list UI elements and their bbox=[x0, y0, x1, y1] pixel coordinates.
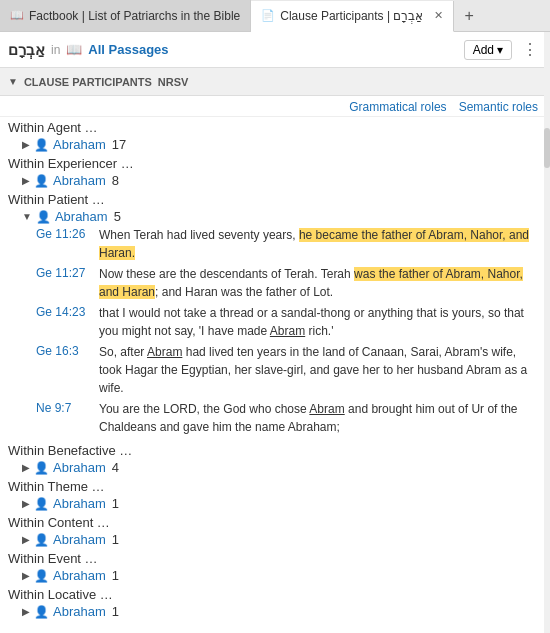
toolbar-in-text: in bbox=[51, 43, 60, 57]
highlight-ge163: Abram bbox=[147, 345, 182, 359]
theme-count: 1 bbox=[112, 496, 119, 511]
add-dropdown-icon: ▾ bbox=[497, 43, 503, 57]
tab-factbook[interactable]: 📖 Factbook | List of Patriarchs in the B… bbox=[0, 0, 251, 31]
theme-chevron[interactable]: ▶ bbox=[22, 498, 30, 509]
category-benefactive[interactable]: Within Benefactive … bbox=[0, 440, 550, 459]
agent-abraham-row[interactable]: ▶ 👤 Abraham 17 bbox=[0, 136, 550, 153]
locative-person-name[interactable]: Abraham bbox=[53, 604, 106, 619]
tab-clause[interactable]: 📄 Clause Participants | אַבְרָם ✕ bbox=[251, 1, 454, 32]
verse-ref-ge1423[interactable]: Ge 14:23 bbox=[36, 305, 91, 319]
passage-book-icon: 📖 bbox=[66, 42, 82, 57]
close-tab-button[interactable]: ✕ bbox=[434, 9, 443, 22]
benefactive-person-name[interactable]: Abraham bbox=[53, 460, 106, 475]
category-theme[interactable]: Within Theme … bbox=[0, 476, 550, 495]
scrollbar-track[interactable] bbox=[544, 32, 550, 633]
theme-person-icon: 👤 bbox=[34, 497, 49, 511]
verse-text-ne97: You are the LORD, the God who chose Abra… bbox=[99, 400, 542, 436]
event-count: 1 bbox=[112, 568, 119, 583]
toolbar: אַבְרָם in 📖 All Passages Add ▾ ⋮ bbox=[0, 32, 550, 68]
theme-abraham-row[interactable]: ▶ 👤 Abraham 1 bbox=[0, 495, 550, 512]
benefactive-person-icon: 👤 bbox=[34, 461, 49, 475]
verse-text-ge1127: Now these are the descendants of Terah. … bbox=[99, 265, 542, 301]
roles-bar: Grammatical roles Semantic roles bbox=[0, 96, 550, 117]
benefactive-abraham-row[interactable]: ▶ 👤 Abraham 4 bbox=[0, 459, 550, 476]
category-patient[interactable]: Within Patient … bbox=[0, 189, 550, 208]
verse-ref-ne97[interactable]: Ne 9:7 bbox=[36, 401, 91, 415]
content-count: 1 bbox=[112, 532, 119, 547]
experiencer-person-name[interactable]: Abraham bbox=[53, 173, 106, 188]
patient-chevron[interactable]: ▼ bbox=[22, 211, 32, 222]
content-person-icon: 👤 bbox=[34, 533, 49, 547]
verse-ge1127: Ge 11:27 Now these are the descendants o… bbox=[36, 265, 542, 301]
grammatical-roles-link[interactable]: Grammatical roles bbox=[349, 100, 446, 114]
experiencer-count: 8 bbox=[112, 173, 119, 188]
category-agent[interactable]: Within Agent … bbox=[0, 117, 550, 136]
new-tab-button[interactable]: + bbox=[454, 7, 483, 25]
verse-ref-ge1127[interactable]: Ge 11:27 bbox=[36, 266, 91, 280]
patient-person-icon: 👤 bbox=[36, 210, 51, 224]
section-header: ▼ CLAUSE PARTICIPANTS NRSV bbox=[0, 68, 550, 96]
locative-chevron[interactable]: ▶ bbox=[22, 606, 30, 617]
event-person-icon: 👤 bbox=[34, 569, 49, 583]
content-abraham-row[interactable]: ▶ 👤 Abraham 1 bbox=[0, 531, 550, 548]
category-locative[interactable]: Within Locative … bbox=[0, 584, 550, 603]
verse-text-ge1126: When Terah had lived seventy years, he b… bbox=[99, 226, 542, 262]
category-content[interactable]: Within Content … bbox=[0, 512, 550, 531]
agent-person-icon: 👤 bbox=[34, 138, 49, 152]
content-chevron[interactable]: ▶ bbox=[22, 534, 30, 545]
event-person-name[interactable]: Abraham bbox=[53, 568, 106, 583]
verse-ge163: Ge 16:3 So, after Abram had lived ten ye… bbox=[36, 343, 542, 397]
verse-ge1126: Ge 11:26 When Terah had lived seventy ye… bbox=[36, 226, 542, 262]
content-area: Within Agent … ▶ 👤 Abraham 17 Within Exp… bbox=[0, 117, 550, 628]
verse-text-ge1423: that I would not take a thread or a sand… bbox=[99, 304, 542, 340]
locative-person-icon: 👤 bbox=[34, 605, 49, 619]
agent-person-name[interactable]: Abraham bbox=[53, 137, 106, 152]
more-options-icon[interactable]: ⋮ bbox=[518, 40, 542, 59]
hebrew-text: אַבְרָם bbox=[8, 41, 45, 59]
benefactive-count: 4 bbox=[112, 460, 119, 475]
section-label: CLAUSE PARTICIPANTS bbox=[24, 76, 152, 88]
theme-person-name[interactable]: Abraham bbox=[53, 496, 106, 511]
agent-chevron[interactable]: ▶ bbox=[22, 139, 30, 150]
add-label: Add bbox=[473, 43, 494, 57]
verse-ref-ge163[interactable]: Ge 16:3 bbox=[36, 344, 91, 358]
event-chevron[interactable]: ▶ bbox=[22, 570, 30, 581]
agent-count: 17 bbox=[112, 137, 126, 152]
experiencer-chevron[interactable]: ▶ bbox=[22, 175, 30, 186]
patient-verses: Ge 11:26 When Terah had lived seventy ye… bbox=[0, 225, 550, 440]
tab-bar: 📖 Factbook | List of Patriarchs in the B… bbox=[0, 0, 550, 32]
benefactive-chevron[interactable]: ▶ bbox=[22, 462, 30, 473]
section-chevron[interactable]: ▼ bbox=[8, 76, 18, 87]
highlight-ge1127: was the father of Abram, Nahor, and Hara… bbox=[99, 267, 523, 299]
semantic-roles-link[interactable]: Semantic roles bbox=[459, 100, 538, 114]
clause-icon: 📄 bbox=[261, 9, 275, 22]
verse-ge1423: Ge 14:23 that I would not take a thread … bbox=[36, 304, 542, 340]
content-person-name[interactable]: Abraham bbox=[53, 532, 106, 547]
verse-ne97: Ne 9:7 You are the LORD, the God who cho… bbox=[36, 400, 542, 436]
experiencer-abraham-row[interactable]: ▶ 👤 Abraham 8 bbox=[0, 172, 550, 189]
tab-clause-label: Clause Participants | אַבְרָם bbox=[280, 9, 423, 23]
locative-abraham-row[interactable]: ▶ 👤 Abraham 1 bbox=[0, 603, 550, 620]
add-button[interactable]: Add ▾ bbox=[464, 40, 512, 60]
section-version: NRSV bbox=[158, 76, 189, 88]
verse-text-ge163: So, after Abram had lived ten years in t… bbox=[99, 343, 542, 397]
highlight-ge1423: Abram bbox=[270, 324, 305, 338]
patient-abraham-row[interactable]: ▼ 👤 Abraham 5 bbox=[0, 208, 550, 225]
locative-count: 1 bbox=[112, 604, 119, 619]
event-abraham-row[interactable]: ▶ 👤 Abraham 1 bbox=[0, 567, 550, 584]
category-experiencer[interactable]: Within Experiencer … bbox=[0, 153, 550, 172]
highlight-ne97: Abram bbox=[309, 402, 344, 416]
tab-factbook-label: Factbook | List of Patriarchs in the Bib… bbox=[29, 9, 240, 23]
verse-ref-ge1126[interactable]: Ge 11:26 bbox=[36, 227, 91, 241]
category-event[interactable]: Within Event … bbox=[0, 548, 550, 567]
experiencer-person-icon: 👤 bbox=[34, 174, 49, 188]
patient-person-name[interactable]: Abraham bbox=[55, 209, 108, 224]
patient-count: 5 bbox=[114, 209, 121, 224]
all-passages-link[interactable]: All Passages bbox=[88, 42, 168, 57]
factbook-icon: 📖 bbox=[10, 9, 24, 22]
highlight-ge1126: he became the father of Abram, Nahor, an… bbox=[99, 228, 529, 260]
scrollbar-thumb[interactable] bbox=[544, 128, 550, 168]
